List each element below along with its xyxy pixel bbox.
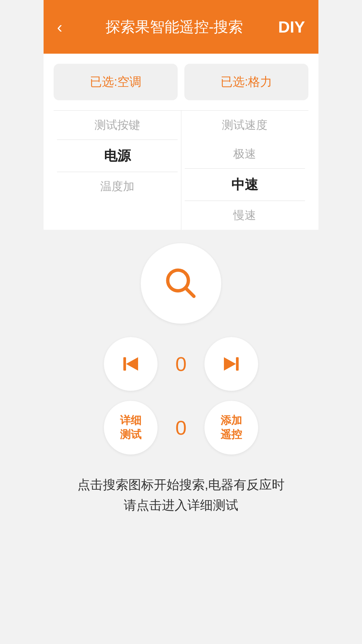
picker-item[interactable]: 测试速度 xyxy=(185,111,305,140)
device-type-button[interactable]: 已选:空调 xyxy=(54,64,178,100)
prev-counter: 0 xyxy=(168,353,194,376)
next-counter: 0 xyxy=(168,416,194,439)
instruction-text: 点击搜索图标开始搜索,电器有反应时 请点击进入详细测试 xyxy=(71,475,292,516)
app-header: ‹ 探索果智能遥控-搜索 DIY xyxy=(44,0,318,54)
next-button[interactable] xyxy=(204,337,258,391)
search-icon xyxy=(163,265,199,302)
search-button[interactable] xyxy=(141,243,221,324)
page-title: 探索果智能遥控-搜索 xyxy=(84,17,265,37)
selection-row: 已选:空调 已选:格力 xyxy=(54,64,308,100)
svg-rect-4 xyxy=(236,357,239,371)
picker-item[interactable]: 温度加 xyxy=(57,172,178,201)
diy-button[interactable]: DIY xyxy=(265,18,305,36)
svg-marker-3 xyxy=(126,357,138,371)
selection-section: 已选:空调 已选:格力 测试按键 电源 温度加 测试速度 极速 中速 慢速 xyxy=(44,54,318,230)
picker-col-right: 测试速度 极速 中速 慢速 xyxy=(181,111,309,230)
picker-item-selected[interactable]: 电源 xyxy=(57,140,178,172)
add-remote-label: 添加 遥控 xyxy=(221,414,242,441)
controls-row-1: 0 xyxy=(54,337,308,391)
svg-line-1 xyxy=(185,288,194,296)
add-remote-button[interactable]: 添加 遥控 xyxy=(204,401,258,454)
detail-test-label: 详细 测试 xyxy=(120,414,141,441)
picker-item-selected[interactable]: 中速 xyxy=(185,169,305,201)
skip-next-icon xyxy=(221,354,241,374)
device-brand-button[interactable]: 已选:格力 xyxy=(184,64,308,100)
picker-item[interactable]: 慢速 xyxy=(185,201,305,230)
svg-rect-2 xyxy=(123,357,126,371)
controls-section: 0 详细 测试 0 添加 遥控 点击搜索图标开始搜索,电器有反应时 请点击进入详… xyxy=(44,230,318,536)
svg-marker-5 xyxy=(224,357,236,371)
detail-test-button[interactable]: 详细 测试 xyxy=(104,401,158,454)
picker-col-left: 测试按键 电源 温度加 xyxy=(54,111,181,230)
skip-prev-icon xyxy=(121,354,141,374)
picker-container: 测试按键 电源 温度加 测试速度 极速 中速 慢速 xyxy=(54,110,308,230)
back-button[interactable]: ‹ xyxy=(57,18,84,36)
picker-item[interactable]: 测试按键 xyxy=(57,111,178,140)
prev-button[interactable] xyxy=(104,337,158,391)
picker-item[interactable]: 极速 xyxy=(185,140,305,168)
controls-row-2: 详细 测试 0 添加 遥控 xyxy=(54,401,308,454)
